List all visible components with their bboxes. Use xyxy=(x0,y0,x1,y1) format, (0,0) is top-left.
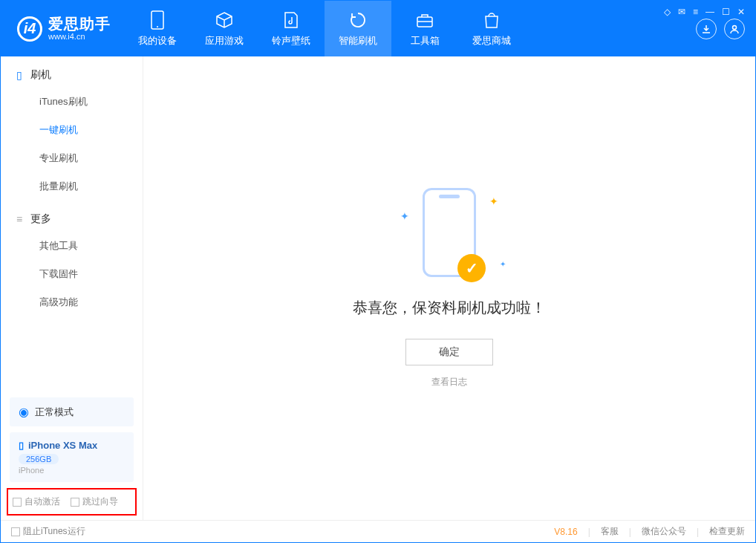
download-button[interactable] xyxy=(696,19,717,39)
svg-point-4 xyxy=(733,25,737,29)
phone-icon xyxy=(148,10,167,30)
menu-icon[interactable]: ≡ xyxy=(693,7,698,17)
device-capacity: 256GB xyxy=(19,454,59,464)
skin-icon[interactable]: ◇ xyxy=(664,7,671,17)
tab-apps-games[interactable]: 应用游戏 xyxy=(191,1,258,56)
checkbox-block-itunes[interactable]: 阻止iTunes运行 xyxy=(11,525,85,538)
device-platform: iPhone xyxy=(19,466,125,475)
check-icon: ✓ xyxy=(457,254,486,282)
logo: i4 爱思助手 www.i4.cn xyxy=(1,1,124,56)
sparkle-icon: ✦ xyxy=(400,210,409,222)
device-name: iPhone XS Max xyxy=(28,440,97,451)
ok-button[interactable]: 确定 xyxy=(405,339,493,365)
close-button[interactable]: ✕ xyxy=(737,7,745,17)
main-tabs: 我的设备 应用游戏 铃声壁纸 智能刷机 工具箱 爱思商城 xyxy=(124,1,525,56)
device-box[interactable]: ▯iPhone XS Max 256GB iPhone xyxy=(10,432,134,482)
svg-point-1 xyxy=(157,26,158,27)
sidebar-item-other-tools[interactable]: 其他工具 xyxy=(1,232,143,260)
tab-ringtone-wallpaper[interactable]: 铃声壁纸 xyxy=(258,1,325,56)
minimize-button[interactable]: — xyxy=(706,7,714,17)
mode-box[interactable]: ◉ 正常模式 xyxy=(10,397,134,426)
sidebar-group-flash: ▯ 刷机 xyxy=(1,56,143,88)
refresh-shield-icon xyxy=(348,10,368,30)
feedback-icon[interactable]: ✉ xyxy=(678,7,685,17)
footer-link-support[interactable]: 客服 xyxy=(601,525,619,538)
success-message: 恭喜您，保资料刷机成功啦！ xyxy=(353,298,546,318)
checkbox-auto-activate[interactable]: 自动激活 xyxy=(13,495,60,508)
list-icon: ≡ xyxy=(14,214,25,224)
tab-toolbox[interactable]: 工具箱 xyxy=(391,1,458,56)
phone-illustration: ✓ xyxy=(423,188,476,277)
footer: 阻止iTunes运行 V8.16 | 客服 | 微信公众号 | 检查更新 xyxy=(1,520,755,542)
sparkle-icon: ✦ xyxy=(500,260,506,268)
window-controls: ◇ ✉ ≡ — ☐ ✕ xyxy=(664,7,745,17)
view-log-link[interactable]: 查看日志 xyxy=(431,376,467,388)
sidebar-item-advanced[interactable]: 高级功能 xyxy=(1,288,143,316)
version-label: V8.16 xyxy=(554,527,577,537)
sidebar-item-pro-flash[interactable]: 专业刷机 xyxy=(1,144,143,172)
phone-small-icon: ▯ xyxy=(14,70,25,80)
footer-link-wechat[interactable]: 微信公众号 xyxy=(642,525,686,538)
app-url: www.i4.cn xyxy=(48,32,111,41)
main-content: ✓ ✦ ✦ ✦ 恭喜您，保资料刷机成功啦！ 确定 查看日志 xyxy=(143,56,755,520)
sidebar-group-more: ≡ 更多 xyxy=(1,201,143,232)
header: i4 爱思助手 www.i4.cn 我的设备 应用游戏 铃声壁纸 智能刷机 工具… xyxy=(1,1,755,56)
sidebar-item-download-firmware[interactable]: 下载固件 xyxy=(1,260,143,288)
sidebar-item-itunes-flash[interactable]: iTunes刷机 xyxy=(1,88,143,116)
sparkle-icon: ✦ xyxy=(489,195,498,207)
toolbox-icon xyxy=(415,10,434,30)
user-button[interactable] xyxy=(724,19,745,39)
music-file-icon xyxy=(281,10,301,30)
checkbox-skip-guide[interactable]: 跳过向导 xyxy=(71,495,118,508)
app-name: 爱思助手 xyxy=(48,16,111,32)
tab-store[interactable]: 爱思商城 xyxy=(458,1,525,56)
maximize-button[interactable]: ☐ xyxy=(722,7,730,17)
mode-label: 正常模式 xyxy=(35,406,74,419)
cube-icon xyxy=(215,10,234,30)
sidebar-item-onekey-flash[interactable]: 一键刷机 xyxy=(1,116,143,144)
mode-icon: ◉ xyxy=(19,405,29,419)
tab-my-device[interactable]: 我的设备 xyxy=(124,1,191,56)
logo-icon: i4 xyxy=(17,16,42,42)
tab-smart-flash[interactable]: 智能刷机 xyxy=(325,1,391,56)
sidebar-bottom-options: 自动激活 跳过向导 xyxy=(7,488,137,516)
footer-link-update[interactable]: 检查更新 xyxy=(709,525,745,538)
sidebar: ▯ 刷机 iTunes刷机 一键刷机 专业刷机 批量刷机 ≡ 更多 其他工具 下… xyxy=(1,56,143,520)
bag-icon xyxy=(482,10,501,30)
device-phone-icon: ▯ xyxy=(19,440,24,451)
sidebar-item-batch-flash[interactable]: 批量刷机 xyxy=(1,172,143,201)
